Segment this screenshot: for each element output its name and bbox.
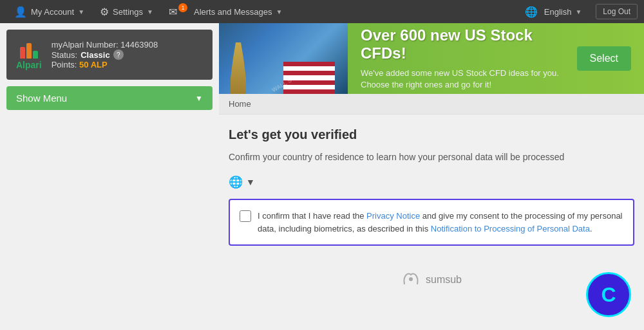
settings-menu[interactable]: ⚙ Settings ▼ xyxy=(92,0,161,23)
globe-selector-arrow: ▼ xyxy=(246,177,255,187)
logo-bar-1 xyxy=(20,47,25,59)
my-account-menu[interactable]: 👤 My Account ▼ xyxy=(6,0,92,23)
user-icon: 👤 xyxy=(14,6,27,18)
nav-right: 🌐 English ▼ Log Out xyxy=(517,4,638,19)
points-value: 50 ALP xyxy=(79,60,108,69)
user-number-value: 14463908 xyxy=(120,40,158,50)
sumsub-logo: sumsub xyxy=(401,271,462,288)
alpari-logo: Alpari xyxy=(16,39,42,70)
notification-link[interactable]: Notification to Processing of Personal D… xyxy=(431,224,590,234)
sumsub-icon xyxy=(401,271,421,288)
alerts-caret: ▼ xyxy=(276,8,282,15)
consent-text-3: . xyxy=(590,224,592,234)
statue-decoration xyxy=(225,42,251,94)
my-account-caret: ▼ xyxy=(78,8,84,15)
user-number: myAlpari Number: 14463908 xyxy=(52,40,203,50)
flag-stripe-2 xyxy=(283,66,335,71)
show-menu-label: Show Menu xyxy=(16,93,67,104)
verification-section: Let's get you verified Confirm your coun… xyxy=(219,115,644,307)
consent-checkbox[interactable] xyxy=(240,210,251,222)
promotional-banner: WALL ST Over 600 new US Stock CFDs! We'v… xyxy=(219,23,644,94)
globe-selector-icon: 🌐 xyxy=(229,175,243,189)
user-card: Alpari myAlpari Number: 14463908 Status:… xyxy=(6,30,213,80)
alerts-label: Alerts and Messages xyxy=(194,7,272,17)
status-value: Classic xyxy=(80,50,110,60)
breadcrumb: Home xyxy=(219,94,644,115)
globe-selector[interactable]: 🌐 ▼ xyxy=(229,175,634,189)
user-status: Status: Classic ? xyxy=(52,50,203,60)
points-label: Points: xyxy=(52,60,77,69)
sumsub-text: sumsub xyxy=(426,274,462,286)
gear-icon: ⚙ xyxy=(100,6,109,18)
user-number-label: myAlpari Number: xyxy=(52,40,118,50)
language-selector[interactable]: 🌐 English ▼ xyxy=(517,6,590,18)
page-description: Confirm your country of residence to lea… xyxy=(229,152,634,162)
banner-image: WALL ST xyxy=(219,23,348,94)
flag-stripe-3 xyxy=(283,71,335,75)
banner-subtitle-line1: We've added some new US Stock CFD ideas … xyxy=(361,68,559,78)
banner-content: Over 600 new US Stock CFDs! We've added … xyxy=(348,23,577,94)
flag-stripe-1 xyxy=(283,62,335,66)
flag-stripe-6 xyxy=(283,85,335,89)
mail-icon: ✉ xyxy=(169,6,177,18)
logo-bars xyxy=(20,39,38,59)
breadcrumb-home-link[interactable]: Home xyxy=(229,99,251,109)
status-label: Status: xyxy=(52,50,77,60)
alpari-text: Alpari xyxy=(16,60,42,70)
consent-text-1: I confirm that I have read the xyxy=(258,211,366,221)
privacy-notice-link[interactable]: Privacy Notice xyxy=(366,211,420,221)
user-points: Points: 50 ALP xyxy=(52,60,203,69)
flag-stripe-7 xyxy=(283,89,335,94)
content-wrapper: Alpari myAlpari Number: 14463908 Status:… xyxy=(0,23,644,330)
settings-caret: ▼ xyxy=(147,8,153,15)
banner-subtitle: We've added some new US Stock CFD ideas … xyxy=(361,68,564,91)
banner-select-button[interactable]: Select xyxy=(577,46,631,71)
settings-label: Settings xyxy=(113,7,143,17)
main-area: WALL ST Over 600 new US Stock CFDs! We'v… xyxy=(219,23,644,330)
globe-icon: 🌐 xyxy=(525,6,538,18)
sumsub-section: sumsub xyxy=(229,265,634,294)
page-title: Let's get you verified xyxy=(229,127,634,142)
show-menu-button[interactable]: Show Menu ▼ xyxy=(6,86,213,110)
consent-box: I confirm that I have read the Privacy N… xyxy=(229,199,634,246)
bottom-badge[interactable]: C xyxy=(586,272,631,317)
my-account-label: My Account xyxy=(31,7,74,17)
logout-button[interactable]: Log Out xyxy=(596,4,638,19)
banner-subtitle-line2: Choose the right ones and go for it! xyxy=(361,80,491,89)
sidebar: Alpari myAlpari Number: 14463908 Status:… xyxy=(0,23,219,330)
alerts-menu[interactable]: ✉ 1 Alerts and Messages ▼ xyxy=(161,0,290,23)
svg-point-0 xyxy=(409,277,413,281)
alert-badge: 1 xyxy=(178,3,187,12)
show-menu-arrow: ▼ xyxy=(195,94,203,103)
status-info-icon[interactable]: ? xyxy=(113,50,124,60)
logo-bar-2 xyxy=(26,43,32,59)
top-navigation: 👤 My Account ▼ ⚙ Settings ▼ ✉ 1 Alerts a… xyxy=(0,0,644,23)
banner-title: Over 600 new US Stock CFDs! xyxy=(361,26,564,62)
language-caret: ▼ xyxy=(575,8,582,15)
logo-bar-3 xyxy=(33,51,38,59)
user-info: myAlpari Number: 14463908 Status: Classi… xyxy=(52,40,203,69)
language-label: English xyxy=(544,7,572,17)
consent-text: I confirm that I have read the Privacy N… xyxy=(258,210,623,235)
